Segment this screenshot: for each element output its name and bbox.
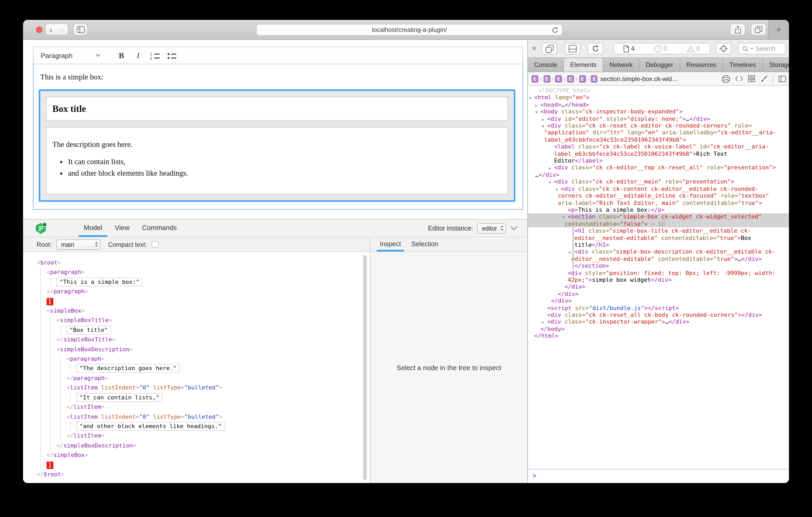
sidebar-button[interactable] xyxy=(73,24,88,35)
model-node-open[interactable]: <listItem listIndent="0" listType="bulle… xyxy=(66,384,370,393)
close-inspector-button[interactable]: × xyxy=(532,44,536,52)
dom-tree-row[interactable]: <p>This is a simple box:</p> xyxy=(528,207,789,214)
dom-tree-row[interactable]: ▼<body class="ck-inspector-body-expanded… xyxy=(528,108,789,115)
simple-box-widget[interactable]: Box title The description goes here. It … xyxy=(39,89,515,202)
model-node-open[interactable]: <simpleBoxDescription> xyxy=(57,345,370,355)
printer-icon[interactable] xyxy=(722,75,730,82)
model-node-close[interactable]: </simpleBoxDescription> xyxy=(57,441,370,451)
dom-tree-row[interactable]: <div style="position: fixed; top: 0px; l… xyxy=(528,270,789,277)
dom-tree-row[interactable]: Editor</label> xyxy=(528,157,789,164)
model-text-node[interactable]: "The description goes here." xyxy=(77,364,370,374)
dom-tree-row[interactable]: aria-label="Rich Text Editor, main" cont… xyxy=(528,200,789,207)
model-node-close[interactable]: </paragraph> xyxy=(66,374,370,384)
dom-tree-row[interactable]: ▶<head>…</head> xyxy=(528,101,789,109)
dom-tree-row[interactable]: <script src="dist/bundle.js"></script> xyxy=(528,304,789,311)
element-badge[interactable]: E xyxy=(591,75,598,82)
errors-badge[interactable]: ! 0 xyxy=(655,45,667,52)
editor-paragraph[interactable]: This is a simple box: xyxy=(40,73,104,82)
ck-side-tab-inspect[interactable]: Inspect xyxy=(375,237,406,251)
dom-tree-row[interactable]: …</div> xyxy=(528,172,789,179)
dock-side-button[interactable] xyxy=(542,43,557,54)
tab-overview-button[interactable] xyxy=(751,24,766,35)
dom-tree-row[interactable]: title</h1> xyxy=(528,242,789,249)
dom-tree-row[interactable]: ▶<div id="editor" style="display: none;"… xyxy=(528,115,789,122)
dock-bottom-button[interactable] xyxy=(564,43,580,54)
italic-button[interactable]: I xyxy=(130,49,146,62)
ck-tab-view[interactable]: View xyxy=(109,219,136,237)
panel-icon[interactable] xyxy=(779,75,786,82)
bold-button[interactable]: B xyxy=(113,49,130,62)
ck-tab-model[interactable]: Model xyxy=(78,219,109,237)
dom-tree-row[interactable]: ▼<section class="simple-box ck-widget ck… xyxy=(528,214,789,221)
dom-tree-row[interactable]: <div class="ck ck-reset_all ck-body ck-r… xyxy=(528,311,789,318)
dom-tree-row[interactable]: 42px;">simple box widget</div> xyxy=(528,277,789,283)
forward-button[interactable]: › xyxy=(57,24,68,35)
description-paragraph[interactable]: The description goes here. xyxy=(52,140,502,149)
code-icon[interactable] xyxy=(735,76,743,82)
model-tree-scrollbar[interactable] xyxy=(363,255,367,480)
model-text-node[interactable]: "It can contain lists," xyxy=(77,393,370,402)
element-badge[interactable]: E xyxy=(543,75,550,82)
reload-button[interactable] xyxy=(552,27,558,33)
devtools-tab-console[interactable]: Console xyxy=(528,58,564,71)
page-resources-badge[interactable]: 4 xyxy=(624,45,635,52)
model-node-close[interactable]: </paragraph> xyxy=(47,287,370,297)
devtools-tab-storage[interactable]: Storage xyxy=(763,58,789,71)
devtools-tab-debugger[interactable]: Debugger xyxy=(639,58,680,71)
dom-tree-row[interactable]: ▶<div class="simple-box-description ck-e… xyxy=(528,249,789,255)
address-bar[interactable]: localhost/creating-a-plugin/ xyxy=(256,24,562,35)
devtools-tab-resources[interactable]: Resources xyxy=(680,58,723,71)
dom-tree-row[interactable]: </section> xyxy=(528,263,789,270)
bullet-item[interactable]: It can contain lists, xyxy=(68,157,502,166)
warnings-badge[interactable]: ! 0 xyxy=(687,45,700,52)
quick-console[interactable]: > xyxy=(528,469,789,483)
dom-tree-row[interactable]: </div> xyxy=(528,283,789,291)
ck-side-tab-selection[interactable]: Selection xyxy=(406,237,444,251)
devtools-tab-timelines[interactable]: Timelines xyxy=(723,58,763,71)
model-text-node[interactable]: "Box title" xyxy=(66,326,370,335)
model-node-open[interactable]: <simpleBox> xyxy=(47,306,370,316)
dom-tree-row[interactable]: label_e63cbbfece34c53ce23501062343f49b8"… xyxy=(528,150,789,157)
devtools-tab-elements[interactable]: Elements xyxy=(564,58,603,71)
dom-tree-row[interactable]: </div> xyxy=(528,291,789,298)
model-text-node[interactable]: "and other block elements like headings.… xyxy=(77,422,370,431)
model-node-open[interactable]: <$root> xyxy=(37,258,370,268)
dom-tree-row[interactable]: corners ck-editor__editable_inline ck-fo… xyxy=(528,192,789,200)
model-text-node[interactable]: "This is a simple box:" xyxy=(57,278,370,287)
bulleted-list-button[interactable] xyxy=(163,49,180,62)
grid-icon[interactable] xyxy=(748,75,755,82)
model-node-open[interactable]: <paragraph> xyxy=(66,355,370,364)
element-badge[interactable]: E xyxy=(567,75,574,82)
element-badge[interactable]: E xyxy=(531,75,539,82)
model-node-close[interactable]: </simpleBox> xyxy=(47,451,370,460)
dom-tree-row[interactable]: label_e63cbbfece34c53ce23501062343f49b8"… xyxy=(528,136,789,144)
dom-tree-row[interactable]: <!DOCTYPE html> xyxy=(528,87,789,94)
dom-tree-row[interactable]: editor__nested-editable" contenteditable… xyxy=(528,255,789,263)
dom-tree-row[interactable]: ▼<div class="ck ck-content ck-editor__ed… xyxy=(528,185,789,192)
editor-instance-select[interactable]: editor xyxy=(477,223,506,234)
model-node-close[interactable]: </listItem> xyxy=(66,402,370,412)
numbered-list-button[interactable]: 12 xyxy=(146,49,163,62)
devtools-tab-network[interactable]: Network xyxy=(603,58,639,71)
dom-tree-row[interactable]: ▶<div class="ck ck-editor__top ck-reset_… xyxy=(528,164,789,172)
model-node-close[interactable]: </simpleBoxTitle> xyxy=(57,335,370,345)
new-tab-button[interactable]: + xyxy=(768,20,789,39)
root-select[interactable]: main xyxy=(56,239,100,250)
dom-tree-row[interactable]: ▼<div class="ck ck-editor__main" role="p… xyxy=(528,179,789,186)
inspector-reload-button[interactable] xyxy=(587,43,603,54)
dom-tree-row[interactable]: ▼<div class="ck ck-reset ck-editor ck-ro… xyxy=(528,122,789,129)
element-badge[interactable]: E xyxy=(555,75,562,82)
bullet-item[interactable]: and other block elements like headings. xyxy=(68,169,502,178)
dom-tree-row[interactable]: ▼<html lang="en"> xyxy=(528,94,789,101)
model-node-close[interactable]: </listItem> xyxy=(66,431,370,441)
model-node-open[interactable]: <listItem listIndent="0" listType="bulle… xyxy=(66,412,370,422)
element-badge[interactable]: E xyxy=(579,75,586,82)
issues-summary[interactable]: 4 ! 0 ! 0 xyxy=(613,43,710,54)
share-button[interactable] xyxy=(730,24,746,35)
dom-tree-row[interactable]: <label class="ck ck-label ck-voice-label… xyxy=(528,144,789,151)
element-picker-button[interactable] xyxy=(716,43,731,54)
dom-tree-row[interactable]: "application" dir="ltr" lang="en" aria-l… xyxy=(528,129,789,136)
dom-tree-row[interactable]: </body> xyxy=(528,326,789,333)
back-button[interactable]: ‹ xyxy=(45,24,57,35)
ck-tab-commands[interactable]: Commands xyxy=(136,219,183,237)
